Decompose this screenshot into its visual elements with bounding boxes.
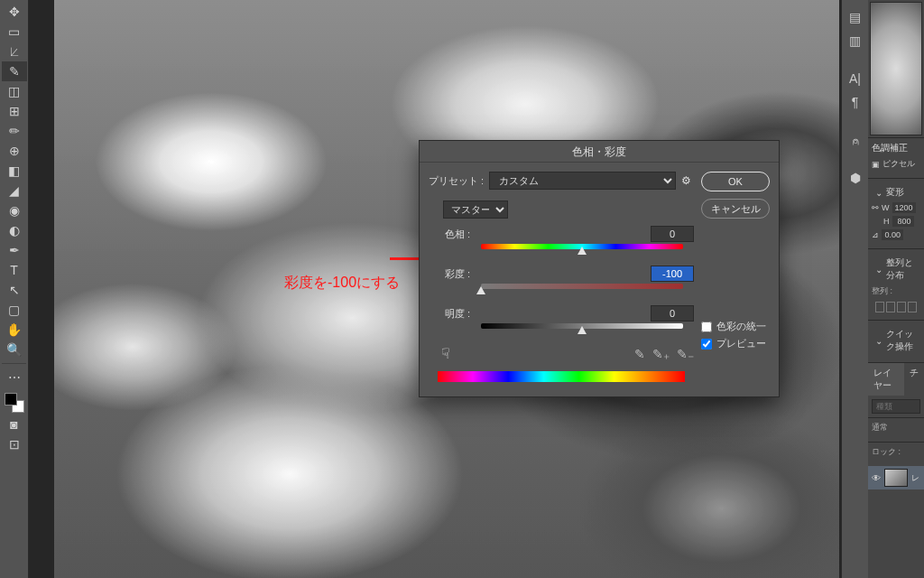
move-tool-icon[interactable]: ✥	[2, 2, 27, 22]
color-swatch[interactable]	[5, 393, 24, 413]
hue-slider[interactable]	[481, 244, 683, 256]
paragraph-icon[interactable]: ¶	[842, 90, 868, 114]
blend-mode[interactable]: 通常	[872, 422, 920, 434]
type-tool-icon[interactable]: T	[2, 260, 27, 280]
glyphs-icon[interactable]: ⍝	[842, 128, 868, 152]
right-dock: ▤ ▥ A| ¶ ⍝ ⬢	[841, 0, 868, 578]
preset-select[interactable]: カスタム	[489, 172, 676, 190]
layer-search-input[interactable]	[872, 399, 920, 414]
marquee-tool-icon[interactable]: ▭	[2, 22, 27, 42]
height-input[interactable]: 800	[892, 216, 914, 227]
saturation-input[interactable]	[651, 266, 694, 282]
eraser-tool-icon[interactable]: ◧	[2, 161, 27, 181]
histogram-icon[interactable]: ▤	[842, 5, 868, 29]
pixel-info-icon: ▣	[872, 160, 880, 169]
left-toolbar: ✥ ▭ ⟀ ✎ ◫ ⊞ ✏ ⊕ ◧ ◢ ◉ ◐ ✒ T ↖ ▢ ✋ 🔍 ⋯ ◙ …	[0, 0, 29, 578]
blur-tool-icon[interactable]: ◉	[2, 200, 27, 220]
visibility-icon[interactable]: 👁	[872, 473, 881, 483]
lightness-label: 明度 :	[429, 307, 476, 321]
crop-tool-icon[interactable]: ◫	[2, 81, 27, 101]
eyedropper-tool-icon[interactable]: ✎	[2, 61, 27, 81]
shape-tool-icon[interactable]: ▢	[2, 300, 27, 320]
tab-channels[interactable]: チ	[904, 363, 924, 396]
cancel-button[interactable]: キャンセル	[701, 199, 770, 219]
layer-item[interactable]: 👁 レ	[868, 466, 924, 489]
right-panel: 色調補正 ▣ピクセル 変形 ⚯W1200 H800 ⊿0.00 整列と分布 整列…	[868, 0, 924, 578]
angle-input[interactable]: 0.00	[882, 229, 903, 240]
hue-label: 色相 :	[429, 228, 476, 241]
dialog-title: 色相・彩度	[420, 141, 779, 163]
hue-input[interactable]	[651, 226, 694, 242]
screenmode-icon[interactable]: ⊡	[2, 434, 27, 454]
zoom-tool-icon[interactable]: 🔍	[2, 340, 27, 359]
3d-icon[interactable]: ⬢	[842, 166, 868, 190]
link-icon[interactable]: ⚯	[872, 203, 879, 212]
preview-checkbox[interactable]: プレビュー	[701, 337, 770, 350]
navigator-icon[interactable]: ▥	[842, 29, 868, 52]
path-tool-icon[interactable]: ↖	[2, 280, 27, 300]
lightness-input[interactable]	[651, 305, 694, 322]
eyedropper-plus-icon[interactable]: ✎₊	[652, 347, 670, 361]
tab-layers[interactable]: レイヤー	[868, 363, 904, 396]
angle-icon: ⊿	[872, 230, 879, 239]
eyedropper-icon[interactable]: ✎	[634, 347, 645, 361]
preset-gear-icon[interactable]: ⚙	[681, 174, 694, 187]
ok-button[interactable]: OK	[701, 172, 770, 191]
clone-tool-icon[interactable]: ⊕	[2, 141, 27, 161]
master-select[interactable]: マスター	[443, 200, 508, 219]
canvas-area[interactable]: 彩度を-100にする 色相・彩度 プリセット : カスタム ⚙ マスター	[29, 0, 841, 578]
width-input[interactable]: 1200	[892, 202, 916, 213]
saturation-label: 彩度 :	[429, 267, 476, 281]
layer-thumbnail[interactable]	[884, 469, 908, 487]
spectrum-bar	[438, 371, 685, 382]
lasso-tool-icon[interactable]: ⟀	[2, 42, 27, 61]
edit-toolbar-icon[interactable]: ⋯	[2, 368, 27, 387]
colorize-checkbox[interactable]: 色彩の統一	[701, 320, 770, 333]
preset-label: プリセット :	[429, 174, 484, 188]
hand-tool-icon[interactable]: ✋	[2, 320, 27, 340]
gradient-tool-icon[interactable]: ◢	[2, 181, 27, 200]
frame-tool-icon[interactable]: ⊞	[2, 101, 27, 121]
transform-section[interactable]: 変形	[872, 182, 920, 202]
layer-name: レ	[911, 472, 919, 484]
align-dist-section[interactable]: 整列と分布	[872, 253, 920, 285]
eyedropper-minus-icon[interactable]: ✎₋	[677, 347, 694, 361]
workspace: ✥ ▭ ⟀ ✎ ◫ ⊞ ✏ ⊕ ◧ ◢ ◉ ◐ ✒ T ↖ ▢ ✋ 🔍 ⋯ ◙ …	[0, 0, 924, 578]
brush-tool-icon[interactable]: ✏	[2, 121, 27, 141]
lock-label: ロック :	[872, 446, 920, 458]
hue-saturation-dialog: 色相・彩度 プリセット : カスタム ⚙ マスター 色相 :	[419, 140, 780, 397]
scrubby-icon[interactable]: ☟	[441, 345, 450, 362]
color-preview[interactable]	[870, 2, 922, 135]
quickmask-icon[interactable]: ◙	[2, 415, 27, 434]
character-icon[interactable]: A|	[842, 67, 868, 90]
dodge-tool-icon[interactable]: ◐	[2, 220, 27, 240]
saturation-slider[interactable]	[481, 284, 683, 296]
pen-tool-icon[interactable]: ✒	[2, 240, 27, 260]
color-correction-header[interactable]: 色調補正	[872, 142, 920, 154]
align-buttons[interactable]	[872, 300, 920, 314]
quick-actions-section[interactable]: クイック操作	[872, 324, 920, 357]
lightness-slider[interactable]	[481, 323, 683, 336]
